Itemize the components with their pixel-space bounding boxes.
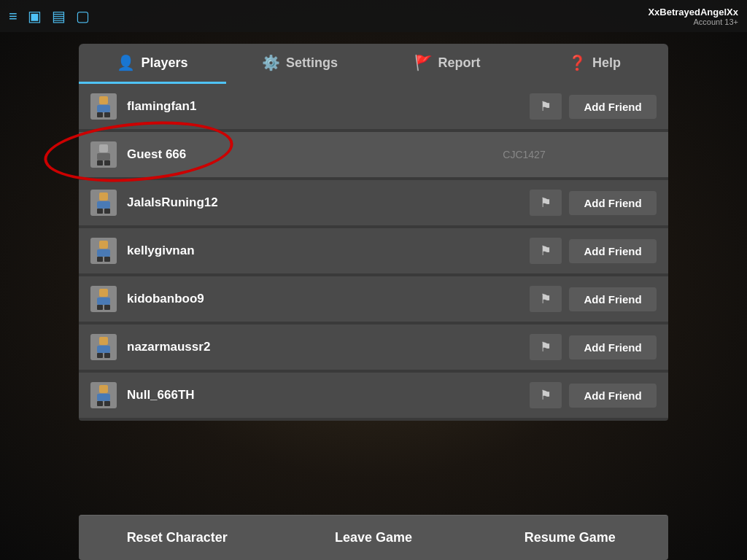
players-tab-icon: 👤 (117, 54, 135, 71)
dialog-panel: 👤 Players ⚙️ Settings 🚩 Report ❓ Help (79, 44, 668, 421)
player-avatar (90, 238, 117, 264)
player-avatar (90, 93, 117, 120)
add-friend-button[interactable]: Add Friend (569, 287, 657, 311)
svg-rect-24 (99, 385, 108, 393)
add-friend-button[interactable]: Add Friend (569, 191, 657, 215)
players-list: flamingfan1 ⚑ Add Friend Guest 666 CJC14… (79, 84, 668, 421)
player-row[interactable]: flamingfan1 ⚑ Add Friend (79, 84, 668, 129)
player-avatar (90, 286, 117, 312)
svg-rect-4 (99, 144, 108, 152)
svg-rect-14 (97, 257, 103, 262)
svg-rect-5 (97, 153, 110, 160)
add-friend-button[interactable]: Add Friend (569, 335, 657, 359)
leave-game-button[interactable]: Leave Game (275, 515, 471, 560)
svg-rect-2 (97, 112, 103, 117)
hamburger-icon[interactable]: ≡ (9, 8, 18, 25)
tab-players[interactable]: 👤 Players (79, 44, 226, 84)
svg-rect-12 (99, 241, 108, 249)
report-flag-button[interactable]: ⚑ (530, 238, 562, 264)
tab-bar: 👤 Players ⚙️ Settings 🚩 Report ❓ Help (79, 44, 668, 84)
report-flag-button[interactable]: ⚑ (530, 382, 562, 408)
tab-report-label: Report (438, 55, 481, 71)
add-friend-button[interactable]: Add Friend (569, 239, 657, 263)
svg-rect-20 (99, 337, 108, 345)
tab-help-label: Help (592, 55, 621, 71)
svg-rect-26 (97, 401, 103, 406)
account-info: XxBetrayedAngelXx Account 13+ (648, 0, 738, 32)
player-row[interactable]: JalalsRuning12 ⚑ Add Friend (79, 180, 668, 225)
player-row-selected[interactable]: Guest 666 CJC1427 (79, 132, 668, 177)
chat2-icon[interactable]: ▤ (52, 7, 66, 25)
svg-rect-9 (97, 201, 110, 209)
report-flag-button[interactable]: ⚑ (530, 286, 562, 312)
add-friend-button[interactable]: Add Friend (569, 95, 657, 119)
svg-rect-0 (99, 96, 108, 104)
add-friend-button[interactable]: Add Friend (569, 384, 657, 408)
svg-rect-19 (104, 305, 110, 310)
player-row[interactable]: Null_666TH ⚑ Add Friend (79, 373, 668, 418)
player-name: Null_666TH (127, 388, 530, 402)
player-row[interactable]: kellygivnan ⚑ Add Friend (79, 228, 668, 273)
resume-game-button[interactable]: Resume Game (472, 515, 668, 560)
svg-rect-17 (97, 298, 110, 305)
player-name: nazarmaussr2 (127, 340, 530, 354)
report-tab-icon: 🚩 (414, 54, 433, 71)
svg-rect-22 (97, 353, 103, 358)
reset-character-button[interactable]: Reset Character (79, 515, 275, 560)
player-avatar (90, 190, 117, 216)
chat-icon[interactable]: ▣ (28, 7, 42, 25)
tab-help[interactable]: ❓ Help (521, 44, 668, 84)
help-tab-icon: ❓ (568, 54, 587, 71)
player-avatar (90, 382, 117, 408)
watermark: CJC1427 (392, 149, 657, 160)
player-row[interactable]: kidobanboo9 ⚑ Add Friend (79, 276, 668, 322)
tab-report[interactable]: 🚩 Report (374, 44, 521, 84)
svg-rect-7 (104, 160, 110, 166)
settings-tab-icon: ⚙️ (262, 54, 280, 71)
report-flag-button[interactable]: ⚑ (530, 334, 562, 360)
svg-rect-25 (97, 394, 110, 401)
tab-players-label: Players (141, 55, 187, 71)
svg-rect-10 (97, 209, 103, 214)
svg-rect-15 (104, 257, 110, 262)
svg-rect-16 (99, 289, 108, 297)
top-bar-icons: ≡ ▣ ▤ ▢ (9, 7, 90, 25)
svg-rect-3 (104, 112, 110, 117)
svg-rect-23 (104, 353, 110, 358)
backpack-icon[interactable]: ▢ (76, 7, 90, 25)
svg-rect-27 (104, 401, 110, 406)
player-avatar (90, 141, 117, 168)
player-name: JalalsRuning12 (127, 195, 530, 210)
bottom-buttons: Reset Character Leave Game Resume Game (79, 515, 668, 560)
report-flag-button[interactable]: ⚑ (530, 93, 562, 120)
svg-rect-11 (104, 209, 110, 214)
svg-rect-6 (97, 160, 103, 166)
svg-rect-18 (97, 305, 103, 310)
player-name: Guest 666 (127, 147, 392, 162)
svg-rect-1 (97, 105, 110, 112)
player-name: flamingfan1 (127, 99, 530, 114)
account-sub: Account 13+ (694, 18, 738, 26)
tab-settings[interactable]: ⚙️ Settings (226, 44, 374, 84)
player-avatar (90, 334, 117, 360)
svg-rect-8 (99, 192, 108, 201)
report-flag-button[interactable]: ⚑ (530, 190, 562, 216)
player-name: kellygivnan (127, 244, 530, 258)
account-name: XxBetrayedAngelXx (648, 7, 738, 18)
top-bar: ≡ ▣ ▤ ▢ XxBetrayedAngelXx Account 13+ (0, 0, 747, 32)
svg-rect-13 (97, 249, 110, 257)
player-row[interactable]: nazarmaussr2 ⚑ Add Friend (79, 324, 668, 370)
tab-settings-label: Settings (286, 55, 338, 71)
player-name: kidobanboo9 (127, 292, 530, 306)
svg-rect-21 (97, 346, 110, 353)
